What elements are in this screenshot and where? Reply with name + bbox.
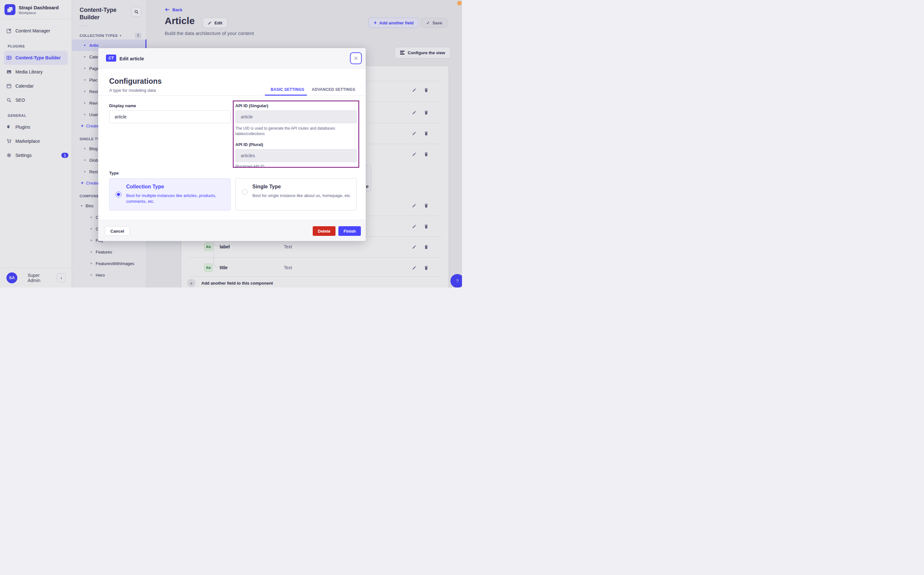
modal-subheading: A type for modeling data [109,88,156,93]
option-description: Best for single instance like about us, … [252,193,355,199]
content-type-badge: CT [106,54,116,62]
modal-heading: Configurations [109,77,162,86]
active-tab-indicator [265,95,307,95]
api-id-singular-input[interactable] [235,110,357,123]
strapi-dashboard-screen: Strapi Dashboard Workplace Content Manag… [0,0,462,288]
modal-header: CT Edit article [98,48,366,69]
option-description: Best for multiple instances like article… [126,193,223,204]
display-name-label: Display name [109,103,136,108]
radio-selected-icon[interactable] [116,192,121,197]
api-id-singular-helper: The UID is used to generate the API rout… [235,126,351,137]
modal-footer: Cancel Delete Finish [98,220,366,241]
option-title: Collection Type [126,184,164,190]
option-title: Single Type [252,184,281,190]
modal-title: Edit article [119,56,144,61]
cancel-button[interactable]: Cancel [105,226,130,236]
close-button[interactable] [350,52,362,64]
single-type-option[interactable]: Single Type Best for single instance lik… [235,178,357,211]
collection-type-option[interactable]: Collection Type Best for multiple instan… [109,178,231,211]
display-name-input[interactable] [109,110,231,123]
finish-button[interactable]: Finish [339,226,361,236]
api-id-singular-label: API ID (Singular) [235,103,269,108]
edit-article-modal: CT Edit article Configurations A type fo… [98,48,366,241]
tab-basic-settings[interactable]: BASIC SETTINGS [270,87,304,92]
api-id-plural-input[interactable] [235,149,357,162]
recording-indicator-dot [457,1,462,5]
tab-advanced-settings[interactable]: ADVANCED SETTINGS [312,87,355,92]
delete-button[interactable]: Delete [313,226,336,236]
api-id-plural-helper: Pluralized API ID [235,164,351,170]
radio-unselected-icon[interactable] [242,189,248,195]
type-label: Type [109,171,118,176]
api-id-plural-label: API ID (Plural) [235,142,263,147]
close-icon [353,56,358,60]
